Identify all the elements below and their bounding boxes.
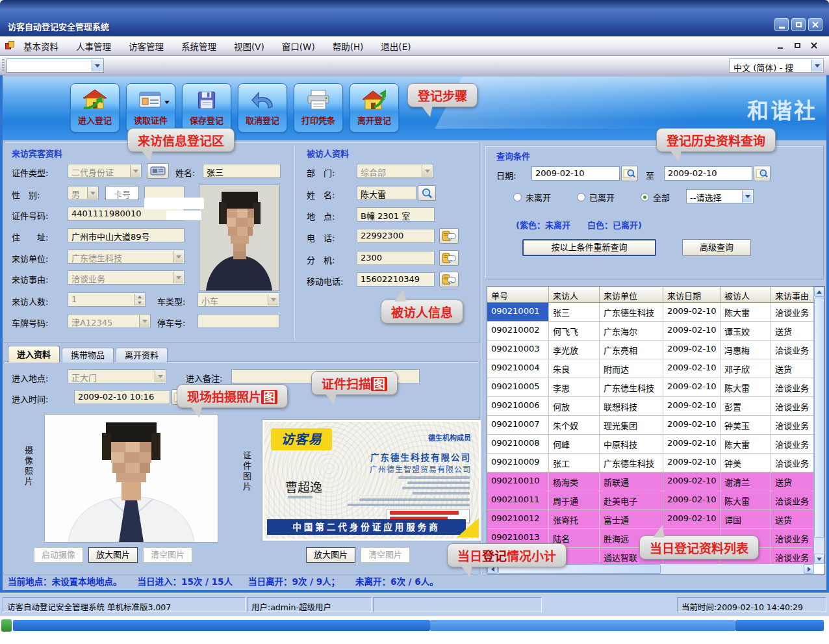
dropdown-arrow-icon[interactable] [173,272,183,283]
table-row[interactable]: 090210002何飞飞广东海尔2009-02-10谭玉姣送货 [487,322,814,341]
radio-option-0[interactable]: 未离开 [513,191,551,203]
table-cell[interactable]: 洽谈业务 [771,491,814,510]
card-no-button[interactable]: 卡号 [105,186,139,200]
radio-option-1[interactable]: 已离开 [577,191,615,203]
vehicle-type-combo[interactable]: 小车 [198,292,279,307]
filter-select[interactable]: --请选择 [686,189,754,203]
table-cell[interactable]: 谢清兰 [721,472,771,491]
menu-item-5[interactable]: 窗口(W) [282,40,315,53]
dropdown-arrow-icon[interactable] [811,60,823,71]
tab-1[interactable]: 携带物品 [62,348,114,363]
table-cell[interactable]: 2009-02-10 [663,491,721,510]
toolbar-button-3[interactable]: 保存登记 [182,83,231,133]
table-cell[interactable]: 2009-02-10 [663,303,721,322]
table-cell[interactable]: 2009-02-10 [663,416,721,435]
date-from-picker-button[interactable] [621,166,638,181]
vertical-scrollbar[interactable] [813,287,824,564]
table-cell[interactable]: 李光放 [549,341,600,359]
table-cell[interactable]: 联想科技 [600,397,663,416]
table-cell[interactable]: 洽谈业务 [771,378,814,397]
dropdown-arrow-icon[interactable] [173,251,183,263]
table-cell[interactable]: 广东德生科技 [600,378,663,397]
table-cell[interactable]: 何峰 [549,435,600,454]
table-cell[interactable]: 广东亮相 [600,341,663,359]
plate-combo[interactable]: 津A12345 [68,314,151,328]
start-button-sliver[interactable] [1,619,12,632]
ext-field[interactable]: 2300 [357,251,435,265]
table-cell[interactable]: 广东海尔 [600,322,663,341]
toolbar-button-4[interactable]: 取消登记 [238,83,287,133]
dial-mobile-button[interactable] [439,272,459,287]
table-cell[interactable]: 洽谈业务 [771,548,814,564]
address-field[interactable]: 广州市中山大道89号 [68,228,185,242]
table-cell[interactable]: 090210012 [487,510,549,529]
table-cell[interactable]: 2009-02-10 [663,397,721,416]
table-row[interactable]: 090210006何放联想科技2009-02-10彭置洽谈业务 [487,397,814,416]
photo-button-放大图片[interactable]: 放大图片 [88,547,138,563]
language-bar[interactable]: 中文 (简体) - 搜 [729,58,824,73]
table-cell[interactable]: 陈大雷 [721,491,771,510]
dial-ext-button[interactable] [439,250,459,266]
table-cell[interactable]: 2009-02-10 [663,435,721,454]
table-cell[interactable]: 中原科技 [600,435,663,454]
reason-combo[interactable]: 洽谈业务 [68,270,185,285]
photo-button-启动摄像[interactable]: 启动摄像 [34,547,83,563]
table-cell[interactable]: 090210010 [487,472,549,491]
table-header-cell[interactable]: 来访日期 [663,287,721,303]
table-row[interactable]: 090210008何峰中原科技2009-02-10陈大雷洽谈业务 [487,435,814,454]
radio-icon[interactable] [513,193,522,201]
table-cell[interactable]: 朱个奴 [549,416,600,435]
table-row[interactable]: 090210011周于通赴美电子2009-02-10陈大雷洽谈业务 [487,491,814,510]
radio-option-2[interactable]: 全部 [641,191,670,203]
table-row[interactable]: 090210012张寄托富士通2009-02-10谭国送货 [487,510,814,529]
table-cell[interactable]: 新联通 [600,472,663,491]
menu-item-1[interactable]: 人事管理 [76,40,111,53]
entry-place-combo[interactable]: 正大门 [68,369,166,383]
table-cell[interactable]: 张工 [549,454,600,472]
table-cell[interactable]: 洽谈业务 [771,529,814,548]
table-cell[interactable]: 洽谈业务 [771,397,814,416]
table-cell[interactable]: 何飞飞 [549,322,600,341]
table-cell[interactable]: 陈大雷 [721,303,771,322]
minimize-button[interactable] [774,18,789,31]
menu-item-3[interactable]: 系统管理 [181,40,216,53]
table-cell[interactable]: 张寄托 [549,510,600,529]
table-cell[interactable]: 陈大雷 [721,378,771,397]
table-cell[interactable]: 090210011 [487,491,549,510]
dropdown-arrow-icon[interactable] [742,190,752,202]
table-cell[interactable]: 周于通 [549,491,600,510]
entry-time-field[interactable]: 2009-02-10 10:16 [74,390,170,404]
mdi-minimize-button[interactable] [774,40,786,51]
card-reader-button[interactable] [147,163,169,179]
table-cell[interactable]: 钟美 [721,454,771,472]
location-field[interactable]: B幢 2301 室 [357,207,435,222]
company-combo[interactable]: 广东德生科技 [68,250,185,264]
table-header-cell[interactable]: 被访人 [721,287,771,303]
table-header-cell[interactable]: 来访人 [549,287,600,303]
table-cell[interactable]: 090210007 [487,416,549,435]
table-cell[interactable]: 张三 [549,303,600,322]
dropdown-caret-icon[interactable] [164,101,170,104]
cert-type-combo[interactable]: 二代身份证 [68,164,142,178]
menu-item-2[interactable]: 访客管理 [129,40,164,53]
toolbar-button-6[interactable]: 离开登记 [350,83,399,133]
menu-item-7[interactable]: 退出(E) [381,40,411,53]
table-cell[interactable]: 2009-02-10 [663,510,721,529]
table-cell[interactable]: 洽谈业务 [771,341,814,359]
dropdown-arrow-icon[interactable] [155,370,165,382]
table-cell[interactable]: 2009-02-10 [663,341,721,359]
dropdown-arrow-icon[interactable] [139,315,149,327]
dial-phone-button[interactable] [439,228,459,244]
table-row[interactable]: 090210007朱个奴理光集团2009-02-10钟美玉洽谈业务 [487,416,814,435]
table-header-cell[interactable]: 来访单位 [600,287,663,303]
table-cell[interactable]: 钟美玉 [721,416,771,435]
restore-button[interactable] [791,18,806,31]
scroll-up-button[interactable] [814,287,824,297]
spinner-arrows[interactable] [134,294,144,305]
table-cell[interactable]: 谭玉姣 [721,322,771,341]
table-row[interactable]: 090210004朱良附而达2009-02-10邓子欣送货 [487,359,814,378]
menu-item-6[interactable]: 帮助(H) [333,40,364,53]
table-cell[interactable]: 090210009 [487,454,549,472]
parking-field[interactable] [198,314,279,328]
table-cell[interactable]: 何放 [549,397,600,416]
